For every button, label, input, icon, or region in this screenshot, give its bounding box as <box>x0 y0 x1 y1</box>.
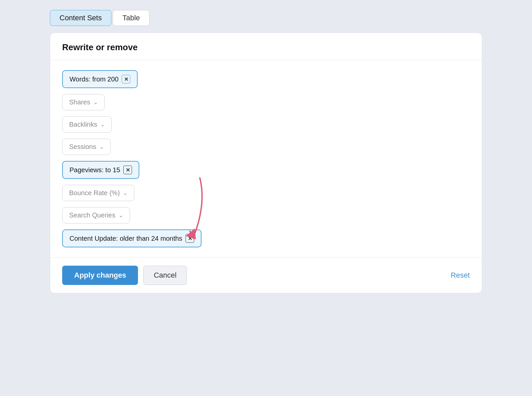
filter-chip-backlinks-label: Backlinks <box>69 121 97 128</box>
filter-chip-backlinks[interactable]: Backlinks ⌄ <box>62 116 112 133</box>
reset-button[interactable]: Reset <box>451 271 470 280</box>
filter-chip-sessions-label: Sessions <box>69 143 96 151</box>
filter-chip-bounce-rate[interactable]: Bounce Rate (%) ⌄ <box>62 185 134 201</box>
card-body: Words: from 200 ✕ Shares ⌄ Backlinks ⌄ S… <box>50 60 482 257</box>
filter-chip-shares-label: Shares <box>69 98 90 106</box>
card-title: Rewrite or remove <box>62 42 470 53</box>
filter-chip-pageviews-close[interactable]: ✕ <box>123 166 132 174</box>
main-card: Rewrite or remove Words: from 200 ✕ Shar… <box>50 33 482 293</box>
main-container: Content Sets Table Rewrite or remove Wor… <box>50 10 482 293</box>
filter-chip-pageviews[interactable]: Pageviews: to 15 ✕ <box>62 161 139 179</box>
tab-content-sets[interactable]: Content Sets <box>50 10 111 26</box>
filter-chip-sessions[interactable]: Sessions ⌄ <box>62 139 111 155</box>
filter-chip-search-queries-label: Search Queries <box>69 211 115 219</box>
card-footer: Apply changes Cancel Reset <box>50 257 482 293</box>
filter-chip-shares[interactable]: Shares ⌄ <box>62 94 105 110</box>
chevron-down-icon: ⌄ <box>119 212 123 218</box>
filter-chip-bounce-rate-label: Bounce Rate (%) <box>69 189 120 197</box>
filter-chip-words[interactable]: Words: from 200 ✕ <box>62 70 138 88</box>
filter-chip-pageviews-label: Pageviews: to 15 <box>69 166 120 174</box>
card-header: Rewrite or remove <box>50 33 482 60</box>
tab-table[interactable]: Table <box>113 10 150 26</box>
filter-chip-content-update-close[interactable]: ✕ <box>186 234 194 243</box>
filter-chip-content-update[interactable]: Content Update: older than 24 months ✕ <box>62 229 201 247</box>
filter-chip-content-update-label: Content Update: older than 24 months <box>69 235 182 242</box>
chevron-down-icon: ⌄ <box>99 144 104 150</box>
tab-bar: Content Sets Table <box>50 10 482 26</box>
filter-chip-words-close[interactable]: ✕ <box>122 75 130 83</box>
chevron-down-icon: ⌄ <box>100 121 105 128</box>
filter-chip-search-queries[interactable]: Search Queries ⌄ <box>62 207 130 223</box>
chevron-down-icon: ⌄ <box>123 190 127 196</box>
chevron-down-icon: ⌄ <box>93 99 98 105</box>
filter-chip-words-label: Words: from 200 <box>69 75 118 83</box>
apply-changes-button[interactable]: Apply changes <box>62 266 138 285</box>
cancel-button[interactable]: Cancel <box>143 266 187 285</box>
